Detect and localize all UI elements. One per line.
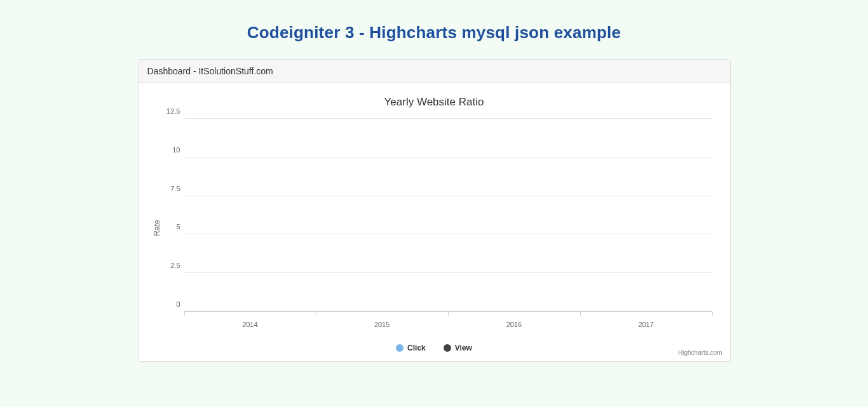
legend-swatch-icon [396, 344, 403, 352]
gridline [184, 272, 712, 273]
x-tick-label: 2014 [184, 321, 316, 328]
category-separator [316, 312, 316, 316]
y-tick: 0 [161, 300, 180, 308]
gridline [184, 234, 712, 234]
y-tick: 7.5 [161, 185, 180, 192]
gridline [184, 157, 712, 157]
x-tick-label: 2016 [448, 321, 580, 328]
legend-item-click[interactable]: Click [396, 344, 426, 352]
gridline [184, 196, 712, 196]
gridline [184, 118, 712, 119]
legend-label: Click [407, 344, 426, 352]
y-tick: 10 [161, 146, 180, 154]
y-tick: 12.5 [161, 107, 180, 115]
page-title: Codeigniter 3 - Highcharts mysql json ex… [0, 0, 868, 59]
legend-item-view[interactable]: View [444, 344, 472, 352]
x-tick-label: 2017 [580, 321, 712, 328]
y-axis-label: Rate [152, 220, 161, 236]
category-separator [712, 312, 713, 316]
panel-heading: Dashboard - ItSolutionStuff.com [139, 60, 730, 83]
y-tick: 5 [161, 223, 180, 230]
chart-container[interactable]: Rate 0 2.5 5 7.5 10 12.5 [139, 114, 730, 342]
category-separator [448, 312, 449, 316]
chart-legend: Click View [139, 342, 730, 361]
dashboard-panel: Dashboard - ItSolutionStuff.com Yearly W… [138, 59, 731, 362]
x-tick-label: 2015 [316, 321, 448, 328]
category-separator [580, 312, 581, 316]
category-separator [184, 312, 185, 316]
chart-credits-link[interactable]: Highcharts.com [678, 349, 722, 356]
y-tick: 2.5 [161, 262, 180, 269]
plot-area: 0 2.5 5 7.5 10 12.5 2014 [184, 119, 712, 312]
legend-swatch-icon [444, 344, 451, 352]
legend-label: View [455, 344, 472, 352]
chart-title: Yearly Website Ratio [139, 83, 730, 114]
panel-body: Yearly Website Ratio Rate 0 2.5 5 7.5 10… [139, 83, 730, 361]
